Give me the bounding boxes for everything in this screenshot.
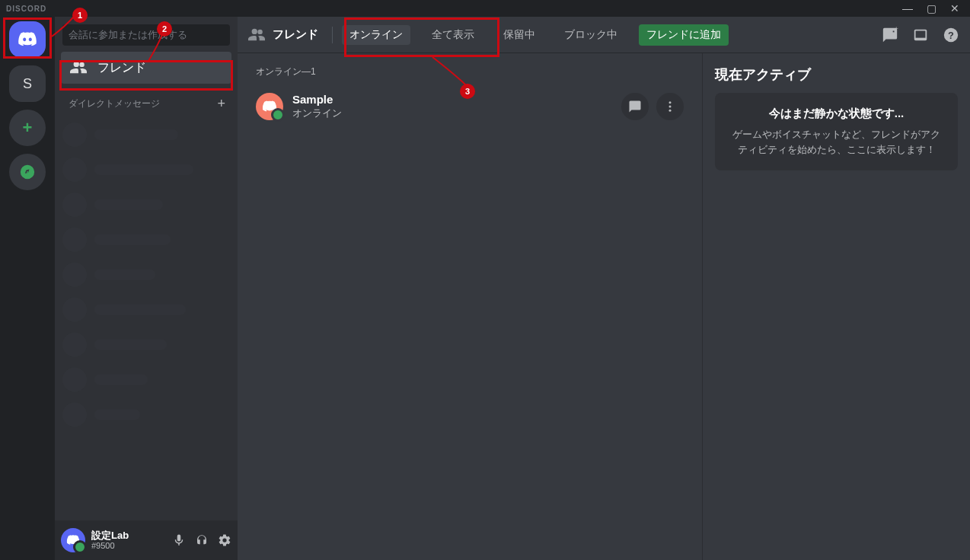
svg-rect-2 (916, 30, 926, 37)
content: オンライン—1 Sample オンライン (238, 53, 970, 560)
divider (332, 27, 333, 43)
now-playing-title: 現在アクティブ (715, 65, 958, 84)
dm-skeleton-item (62, 399, 230, 430)
user-names: 設定Lab #9500 (91, 530, 129, 552)
user-avatar[interactable] (61, 528, 85, 552)
server-rail: S + (0, 17, 55, 560)
user-panel: 設定Lab #9500 (55, 520, 238, 560)
close-button[interactable]: ✕ (950, 3, 959, 14)
minimize-button[interactable]: — (902, 3, 913, 14)
page-title-text: フレンド (273, 27, 318, 42)
server-button-s[interactable]: S (9, 65, 46, 102)
tab-all[interactable]: 全て表示 (424, 25, 482, 45)
page-title: フレンド (248, 27, 318, 43)
svg-point-5 (669, 101, 672, 103)
plus-icon: + (23, 118, 33, 138)
dm-skeleton-item (62, 259, 230, 290)
friends-icon (248, 27, 265, 43)
dm-header-label: ダイレクトメッセージ (69, 97, 160, 110)
discord-logo-icon (18, 30, 37, 49)
message-friend-button[interactable] (621, 93, 649, 120)
more-vertical-icon (663, 100, 677, 113)
user-name: 設定Lab (91, 530, 129, 542)
titlebar: DISCORD — ▢ ✕ (0, 0, 970, 17)
dm-skeleton-item (62, 364, 230, 395)
now-playing-empty-body: ゲームやボイスチャットなど、フレンドがアクティビティを始めたら、ここに表示します… (729, 127, 944, 157)
add-server-button[interactable]: + (9, 110, 46, 146)
conversation-search-placeholder: 会話に参加または作成する (69, 28, 187, 42)
channel-sidebar: 会話に参加または作成する フレンド ダイレクトメッセージ + 設定L (55, 17, 238, 560)
window-controls: — ▢ ✕ (902, 3, 970, 14)
svg-point-7 (669, 109, 672, 111)
friends-nav[interactable]: フレンド (61, 52, 231, 84)
friend-status: オンライン (292, 107, 342, 119)
user-tools (172, 533, 231, 547)
friend-actions (621, 93, 684, 120)
conversation-search[interactable]: 会話に参加または作成する (62, 24, 230, 46)
tab-pending[interactable]: 保留中 (496, 25, 543, 45)
discord-logo-icon (66, 533, 80, 547)
main-area: フレンド オンライン 全て表示 保留中 ブロック中 フレンドに追加 + ? オン… (238, 17, 970, 560)
server-initial: S (23, 76, 32, 92)
explore-servers-button[interactable] (9, 154, 46, 190)
help-icon[interactable]: ? (943, 27, 959, 43)
compass-icon (19, 164, 36, 180)
online-count-label: オンライン—1 (256, 65, 691, 78)
settings-gear-icon[interactable] (218, 533, 231, 547)
user-tag: #9500 (91, 541, 129, 551)
friends-nav-label: フレンド (97, 60, 146, 76)
create-dm-button[interactable]: + (217, 96, 225, 112)
topbar-actions: + ? (882, 27, 959, 43)
tab-online[interactable]: オンライン (342, 25, 410, 45)
home-button[interactable] (9, 21, 46, 58)
mute-mic-icon[interactable] (172, 533, 186, 547)
friend-row[interactable]: Sample オンライン (248, 84, 691, 127)
tabbar: オンライン 全て表示 保留中 ブロック中 フレンドに追加 (342, 24, 729, 46)
dm-skeleton-item (62, 224, 230, 255)
svg-text:+: + (895, 27, 898, 33)
now-playing-empty-heading: 今はまだ静かな状態です... (729, 107, 944, 121)
friend-meta: Sample オンライン (292, 93, 342, 119)
discord-logo-icon (262, 99, 277, 114)
svg-point-6 (669, 105, 672, 107)
tab-blocked[interactable]: ブロック中 (557, 25, 625, 45)
dm-skeleton-item (62, 329, 230, 360)
topbar: フレンド オンライン 全て表示 保留中 ブロック中 フレンドに追加 + ? (238, 17, 970, 53)
svg-text:?: ? (948, 29, 954, 40)
friends-icon (70, 59, 87, 76)
friend-avatar (256, 93, 283, 120)
tab-add-friend[interactable]: フレンドに追加 (639, 24, 729, 46)
chat-bubble-icon (628, 100, 642, 113)
deafen-icon[interactable] (195, 533, 209, 547)
friend-more-button[interactable] (656, 93, 684, 120)
maximize-button[interactable]: ▢ (927, 3, 936, 14)
new-group-dm-icon[interactable]: + (882, 27, 898, 43)
inbox-icon[interactable] (912, 27, 929, 43)
dm-skeleton-item (62, 154, 230, 185)
titlebar-label: DISCORD (6, 5, 46, 13)
friends-panel: オンライン—1 Sample オンライン (238, 53, 702, 560)
now-playing-panel: 現在アクティブ 今はまだ静かな状態です... ゲームやボイスチャットなど、フレン… (702, 53, 970, 560)
dm-skeleton-item (62, 189, 230, 220)
dm-skeleton-item (62, 119, 230, 150)
dm-header: ダイレクトメッセージ + (55, 85, 238, 116)
friend-name: Sample (292, 93, 342, 107)
dm-list-skeleton (55, 116, 238, 433)
dm-skeleton-item (62, 294, 230, 325)
now-playing-empty-card: 今はまだ静かな状態です... ゲームやボイスチャットなど、フレンドがアクティビテ… (715, 93, 958, 170)
